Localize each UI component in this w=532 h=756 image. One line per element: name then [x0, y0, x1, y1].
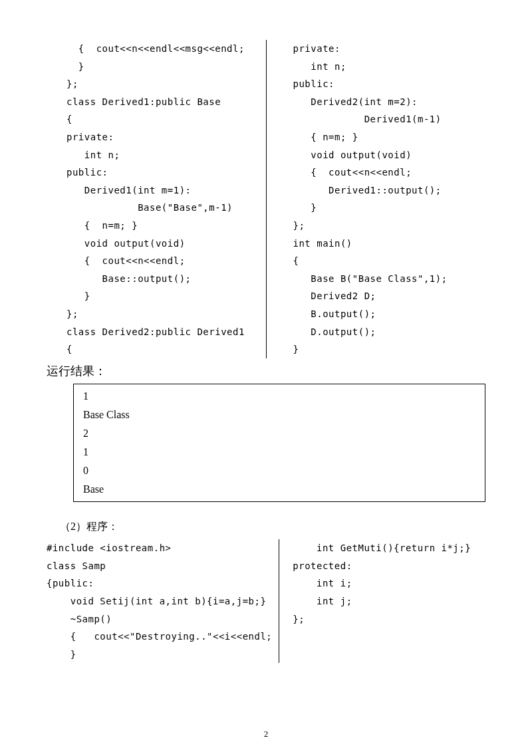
- document-page: { cout<<n<<endl<<msg<<endl; } }; class D…: [0, 0, 532, 756]
- result-line: Base Class: [83, 406, 475, 424]
- result-box: 1 Base Class 2 1 0 Base: [73, 384, 485, 502]
- result-line: 1: [83, 387, 475, 406]
- result-line: 1: [83, 443, 475, 461]
- result-line: Base: [83, 480, 475, 499]
- code-block-1: { cout<<n<<endl<<msg<<endl; } }; class D…: [47, 40, 485, 358]
- code-block-2: #include <iostream.h> class Samp {public…: [47, 539, 485, 663]
- code-col-left-2: #include <iostream.h> class Samp {public…: [47, 539, 279, 663]
- page-number: 2: [0, 726, 532, 743]
- result-line: 2: [83, 424, 475, 443]
- code-col-right-2: int GetMuti(){return i*j;} protected: in…: [279, 539, 485, 663]
- program-2-heading: （2）程序：: [60, 517, 485, 537]
- code-col-right: private: int n; public: Derived2(int m=2…: [267, 40, 486, 358]
- result-heading: 运行结果：: [47, 360, 485, 382]
- result-line: 0: [83, 461, 475, 480]
- code-col-left: { cout<<n<<endl<<msg<<endl; } }; class D…: [47, 40, 267, 358]
